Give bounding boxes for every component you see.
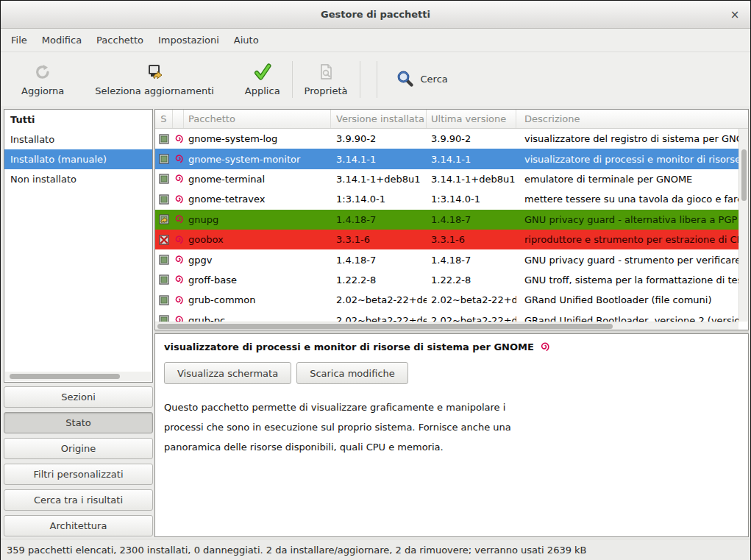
package-installed-version: 3.9.90-2 [331, 133, 427, 144]
menu-aiuto[interactable]: Aiuto [227, 30, 266, 50]
package-latest-version: 2.02~beta2-22+deb8u1 [427, 315, 516, 322]
package-installed-version: 1.4.18-7 [331, 214, 427, 225]
package-status-cell[interactable] [155, 315, 173, 322]
mark-upgrades-label: Seleziona aggiornamenti [95, 85, 214, 96]
filter-list-item[interactable]: Non installato [4, 169, 152, 189]
architecture-button[interactable]: Architettura [4, 515, 153, 536]
table-row[interactable]: gnome-terminal 3.14.1-1+deb8u1 3.14.1-1+… [155, 169, 738, 189]
package-status-cell[interactable] [155, 174, 173, 184]
package-status-cell[interactable] [155, 214, 173, 224]
search-button[interactable]: Cerca [386, 56, 458, 103]
sections-button[interactable]: Sezioni [4, 386, 153, 408]
package-table: S Pacchetto Versione installata Ultima v… [154, 109, 749, 330]
status-remove-icon[interactable] [159, 235, 169, 245]
status-installed-icon[interactable] [159, 295, 169, 305]
column-header-installed-version[interactable]: Versione installata [331, 110, 427, 128]
filter-list-item[interactable]: Installato (manuale) [4, 149, 152, 169]
package-description: riproduttore e strumento per estrazione … [516, 234, 738, 245]
menu-file[interactable]: File [4, 30, 35, 50]
scrollbar-thumb[interactable] [10, 374, 120, 379]
menu-pacchetto[interactable]: Pacchetto [89, 30, 151, 50]
status-reinstall-icon[interactable] [159, 214, 169, 224]
table-row[interactable]: grub-common 2.02~beta2-22+deb8u1 2.02~be… [155, 290, 738, 310]
status-installed-icon[interactable] [159, 134, 169, 144]
table-row[interactable]: gnome-system-monitor 3.14.1-1 3.14.1-1 v… [155, 149, 738, 169]
package-status-cell[interactable] [155, 154, 173, 164]
menu-modifica[interactable]: Modifica [35, 30, 89, 50]
debian-swirl-icon [174, 255, 184, 265]
column-header-description[interactable]: Descrizione [516, 110, 748, 128]
statusbar: 359 pacchetti elencati, 2300 installati,… [1, 539, 750, 560]
package-description: mettere tessere su una tavola da gioco e… [516, 194, 738, 205]
status-button[interactable]: Stato [4, 412, 153, 433]
column-header-supported[interactable] [173, 110, 184, 128]
refresh-label: Aggiorna [21, 85, 64, 96]
table-vscrollbar[interactable] [738, 129, 748, 322]
debian-swirl-icon [174, 134, 184, 144]
package-status-cell[interactable] [155, 235, 173, 245]
status-installed-icon[interactable] [159, 174, 169, 184]
status-installed-icon[interactable] [159, 315, 169, 322]
table-row[interactable]: gnupg 1.4.18-7 1.4.18-7 GNU privacy guar… [155, 210, 738, 230]
status-installed-icon[interactable] [159, 154, 169, 164]
package-supported-cell [173, 214, 184, 224]
scrollbar-thumb[interactable] [157, 324, 613, 329]
package-status-cell[interactable] [155, 134, 173, 144]
package-description: GRand Unified Bootloader (file comuni) [516, 294, 738, 305]
toolbar-separator [292, 61, 293, 98]
close-icon[interactable]: × [728, 8, 741, 21]
filter-items: TuttiInstallatoInstallato (manuale)Non i… [4, 110, 152, 189]
package-status-cell[interactable] [155, 194, 173, 205]
debian-swirl-icon [174, 154, 184, 164]
get-changelog-button[interactable]: Scarica modifiche [296, 362, 408, 384]
menu-impostazioni[interactable]: Impostazioni [151, 30, 227, 50]
package-status-cell[interactable] [155, 255, 173, 265]
package-latest-version: 3.3.1-6 [427, 234, 516, 245]
status-installed-icon[interactable] [159, 274, 169, 285]
filter-list: TuttiInstallatoInstallato (manuale)Non i… [4, 109, 153, 383]
apply-button[interactable]: Applica [236, 56, 289, 103]
filter-list-item[interactable]: Tutti [4, 110, 152, 130]
package-latest-version: 3.14.1-1+deb8u1 [427, 174, 516, 185]
origin-button[interactable]: Origine [4, 438, 153, 459]
package-installed-version: 3.14.1-1 [331, 154, 427, 165]
filter-list-item[interactable]: Installato [4, 130, 152, 149]
filter-list-hscrollbar[interactable] [5, 372, 152, 381]
package-description: GNU troff, sistema per la formattazione … [516, 274, 738, 286]
custom-filters-button[interactable]: Filtri personalizzati [4, 464, 153, 485]
package-name: gpgv [184, 255, 331, 266]
table-row[interactable]: groff-base 1.22.2-8 1.22.2-8 GNU troff, … [155, 270, 738, 290]
package-installed-version: 3.14.1-1+deb8u1 [331, 174, 427, 185]
package-status-cell[interactable] [155, 274, 173, 285]
table-hscrollbar[interactable] [155, 322, 738, 330]
package-name: gnome-system-log [184, 133, 331, 144]
column-header-latest-version[interactable]: Ultima versione [427, 110, 516, 128]
scrollbar-thumb[interactable] [741, 149, 747, 201]
package-supported-cell [173, 174, 184, 184]
package-installed-version: 2.02~beta2-22+deb8u1 [331, 294, 427, 305]
package-description: GNU privacy guard - strumento per verifi… [516, 255, 738, 266]
get-screenshot-button[interactable]: Visualizza schermata [164, 362, 291, 384]
column-header-package[interactable]: Pacchetto [184, 110, 331, 128]
table-row[interactable]: gnome-tetravex 1:3.14.0-1 1:3.14.0-1 met… [155, 189, 738, 209]
properties-button[interactable]: Proprietà [296, 56, 357, 103]
debian-swirl-icon [174, 274, 184, 285]
status-installed-icon[interactable] [159, 255, 169, 265]
table-row[interactable]: gnome-system-log 3.9.90-2 3.9.90-2 visua… [155, 129, 738, 149]
properties-icon [316, 63, 335, 82]
debian-swirl-icon [174, 214, 184, 224]
package-supported-cell [173, 255, 184, 265]
table-row[interactable]: grub-pc 2.02~beta2-22+deb8u1 2.02~beta2-… [155, 311, 738, 322]
mark-upgrades-button[interactable]: Seleziona aggiornamenti [86, 56, 223, 103]
status-installed-icon[interactable] [159, 194, 169, 205]
package-name: goobox [184, 234, 331, 245]
table-row[interactable]: goobox 3.3.1-6 3.3.1-6 riproduttore e st… [155, 230, 738, 249]
table-row[interactable]: gpgv 1.4.18-7 1.4.18-7 GNU privacy guard… [155, 249, 738, 269]
column-header-status[interactable]: S [155, 110, 173, 128]
titlebar[interactable]: Gestore di pacchetti × [1, 1, 750, 29]
search-results-button[interactable]: Cerca tra i risultati [4, 489, 153, 511]
package-latest-version: 1.4.18-7 [427, 255, 516, 266]
package-status-cell[interactable] [155, 295, 173, 305]
properties-label: Proprietà [305, 85, 348, 96]
refresh-button[interactable]: Aggiorna [13, 56, 73, 103]
